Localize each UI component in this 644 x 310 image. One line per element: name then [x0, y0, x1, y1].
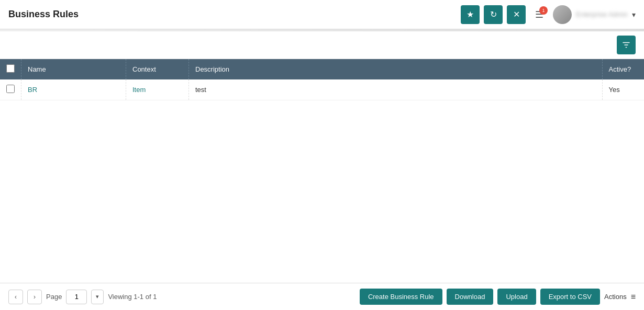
user-name: Enterprise Admin — [576, 10, 628, 18]
avatar-image — [553, 5, 572, 24]
page-number-input[interactable] — [66, 290, 87, 304]
col-header-description: Description — [189, 59, 603, 79]
avatar — [553, 5, 572, 24]
close-button[interactable]: ✕ — [507, 5, 526, 24]
row-name-cell: BR — [21, 79, 126, 100]
user-section: Enterprise Admin ▾ — [553, 5, 636, 24]
page-label: Page — [46, 293, 62, 301]
actions-menu-icon: ≡ — [631, 292, 636, 302]
main-content: Name Context Description Active? — [0, 59, 644, 283]
export-to-csv-button[interactable]: Export to CSV — [540, 289, 600, 305]
col-header-context: Context — [126, 59, 189, 79]
col-header-name: Name — [21, 59, 126, 79]
select-all-checkbox[interactable] — [6, 64, 15, 73]
col-header-checkbox — [0, 59, 21, 79]
row-description-cell: test — [189, 79, 603, 100]
page-title: Business Rules — [8, 9, 79, 20]
footer: ‹ › Page ▾ Viewing 1-1 of 1 Create Busin… — [0, 283, 644, 310]
footer-actions: Create Business Rule Download Upload Exp… — [360, 289, 636, 305]
row-name-link[interactable]: BR — [28, 86, 37, 94]
create-business-rule-button[interactable]: Create Business Rule — [360, 289, 442, 305]
next-page-button[interactable]: › — [27, 290, 42, 304]
table-container: Name Context Description Active? — [0, 59, 644, 283]
table-body: BR Item test Yes — [0, 79, 644, 100]
row-context-cell: Item — [126, 79, 189, 100]
user-dropdown-button[interactable]: ▾ — [632, 10, 636, 19]
filter-button[interactable] — [617, 36, 636, 54]
upload-button[interactable]: Upload — [497, 289, 536, 305]
sub-header — [0, 31, 644, 59]
table-row: BR Item test Yes — [0, 79, 644, 100]
table-header-row: Name Context Description Active? — [0, 59, 644, 79]
pagination: ‹ › Page ▾ Viewing 1-1 of 1 — [8, 290, 157, 304]
business-rules-table: Name Context Description Active? — [0, 59, 644, 100]
notification-badge: 1 — [539, 6, 548, 15]
row-active-cell: Yes — [602, 79, 644, 100]
row-context-link[interactable]: Item — [132, 86, 146, 94]
filter-icon — [621, 40, 631, 50]
row-checkbox[interactable] — [6, 85, 15, 93]
star-button[interactable]: ★ — [461, 5, 480, 24]
refresh-button[interactable]: ↻ — [484, 5, 503, 24]
row-checkbox-cell — [0, 79, 21, 100]
viewing-text: Viewing 1-1 of 1 — [108, 293, 157, 301]
prev-page-button[interactable]: ‹ — [8, 290, 23, 304]
col-header-active: Active? — [602, 59, 644, 79]
page-dropdown-button[interactable]: ▾ — [91, 290, 104, 304]
header-right: ★ ↻ ✕ ☰ 1 Enterprise Admin ▾ — [461, 5, 636, 24]
actions-menu-button[interactable]: ≡ — [631, 292, 636, 302]
actions-label: Actions — [604, 293, 627, 301]
header: Business Rules ★ ↻ ✕ ☰ 1 Enterprise Admi… — [0, 0, 644, 29]
download-button[interactable]: Download — [447, 289, 494, 305]
menu-button[interactable]: ☰ 1 — [530, 5, 549, 24]
